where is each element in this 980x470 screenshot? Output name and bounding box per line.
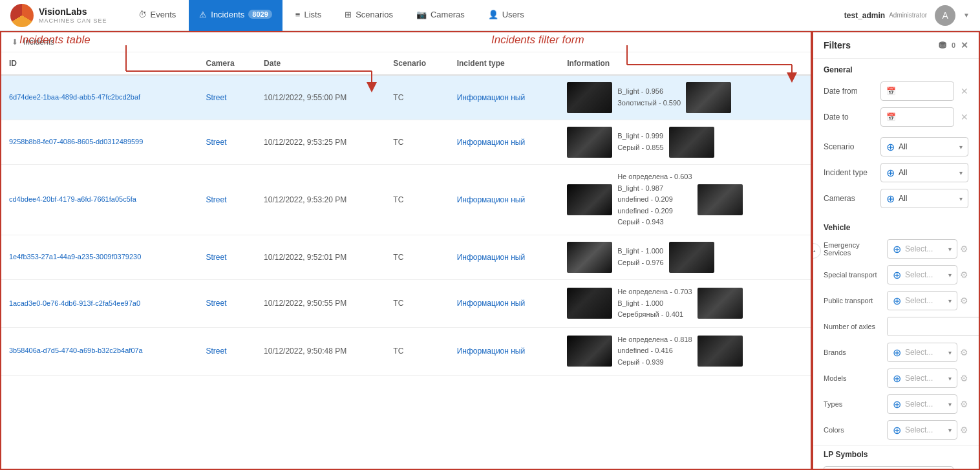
filter-date-from-row: Date from 📅 ✕ xyxy=(813,78,979,104)
filter-brands-label: Brands xyxy=(824,348,882,356)
nav-cameras[interactable]: 📷 Cameras xyxy=(406,0,475,31)
filter-types-placeholder: Select... xyxy=(905,400,933,409)
nav-scenarios[interactable]: ⊞ Scenarios xyxy=(334,0,403,31)
special-chevron-icon: ▾ xyxy=(948,272,952,279)
filter-date-to-input[interactable]: 📅 xyxy=(880,107,954,127)
scenario-value: TC xyxy=(393,253,403,262)
incidents-breadcrumb: ⬇ Incidents xyxy=(1,32,811,52)
alert-icon: ⚠ xyxy=(199,10,207,19)
filter-brands-row: Brands ⊕ Select... ▾ ⚙ xyxy=(813,339,979,365)
user-name: test_admin xyxy=(844,11,885,20)
filter-panel: → Filters ⛃ 0 ✕ General Date from 📅 ✕ D xyxy=(812,31,980,470)
special-gear-icon[interactable]: ⚙ xyxy=(960,270,968,280)
filter-colors-select[interactable]: ⊕ Select... ▾ xyxy=(887,420,957,440)
incident-id-link[interactable]: 3b58406a-d7d5-4740-a69b-b32c2b4af07a xyxy=(9,347,143,354)
filter-vehicle-title: Vehicle xyxy=(813,217,979,236)
lp-symbols-row: Select _ ▾ ⚙ xyxy=(813,463,979,470)
public-gear-icon[interactable]: ⚙ xyxy=(960,295,968,306)
table-header: ID Camera Date Scenario Incident type In… xyxy=(1,52,811,75)
thumbnail-1 xyxy=(567,184,612,215)
cell-date: 10/12/2022, 9:50:48 PM xyxy=(256,327,385,375)
download-icon[interactable]: ⬇ xyxy=(12,37,18,47)
filter-types-row: Types ⊕ Select... ▾ ⚙ xyxy=(813,391,979,417)
info-cell: B_light - 1.000Серый - 0.976 xyxy=(567,242,803,273)
date-value: 10/12/2022, 9:53:25 PM xyxy=(264,138,346,147)
models-gear-icon[interactable]: ⚙ xyxy=(960,373,968,383)
filter-axles-input[interactable] xyxy=(887,317,980,336)
clock-icon: ⏱ xyxy=(138,10,147,19)
date-value: 10/12/2022, 9:52:01 PM xyxy=(264,253,346,262)
filter-emergency-label: Emergency Services xyxy=(824,241,882,257)
thumbnail-1 xyxy=(567,336,612,367)
table-row[interactable]: 1e4fb353-27a1-44a9-a235-3009f0379230 Str… xyxy=(1,235,811,279)
table-row[interactable]: 9258b8b8-fe07-4086-8605-dd0312489599 Str… xyxy=(1,120,811,165)
table-row[interactable]: 1acad3e0-0e76-4db6-913f-c2fa54ee97a0 Str… xyxy=(1,279,811,327)
filter-public-placeholder: Select... xyxy=(905,296,933,305)
header: VisionLabs MACHINES CAN SEE ⏱ Events ⚠ I… xyxy=(0,0,980,31)
filter-special-select[interactable]: ⊕ Select... ▾ xyxy=(887,265,957,284)
incident-id-link[interactable]: 1acad3e0-0e76-4db6-913f-c2fa54ee97a0 xyxy=(9,299,140,307)
info-text: Не определена - 0.703B_light - 1.000Сере… xyxy=(617,286,692,321)
incidents-badge: 8029 xyxy=(248,10,272,19)
cell-info: Не определена - 0.603B_light - 0.987unde… xyxy=(559,165,811,235)
incident-type-chevron-icon: ▾ xyxy=(959,169,963,176)
info-cell: Не определена - 0.818undefined - 0.416Се… xyxy=(567,334,803,369)
cell-incident-type: Информацион ный xyxy=(449,165,560,235)
filter-emergency-select[interactable]: ⊕ Select... ▾ xyxy=(887,239,957,259)
date-value: 10/12/2022, 9:55:00 PM xyxy=(264,93,346,102)
cell-info: Не определена - 0.703B_light - 1.000Сере… xyxy=(559,279,811,327)
filter-date-from-input[interactable]: 📅 xyxy=(880,81,954,101)
date-from-clear-icon[interactable]: ✕ xyxy=(961,86,968,96)
date-to-clear-icon[interactable]: ✕ xyxy=(961,112,968,122)
filter-scenario-label: Scenario xyxy=(824,142,875,151)
filter-title: Filters xyxy=(824,40,851,50)
col-scenario: Scenario xyxy=(385,52,449,75)
info-text: Не определена - 0.603B_light - 0.987unde… xyxy=(617,171,692,228)
cell-info: Не определена - 0.818undefined - 0.416Се… xyxy=(559,327,811,375)
filter-funnel-icon[interactable]: ⛃ xyxy=(939,40,946,50)
filter-public-select[interactable]: ⊕ Select... ▾ xyxy=(887,291,957,310)
camera-value: Street xyxy=(206,138,227,147)
incident-id-link[interactable]: cd4bdee4-20bf-4179-a6fd-7661fa05c5fa xyxy=(9,195,136,203)
nav-incidents-label: Incidents xyxy=(211,10,244,19)
incident-id-link[interactable]: 1e4fb353-27a1-44a9-a235-3009f0379230 xyxy=(9,253,141,261)
cell-date: 10/12/2022, 9:53:20 PM xyxy=(256,165,385,235)
nav-events[interactable]: ⏱ Events xyxy=(128,0,187,31)
incident-id-link[interactable]: 6d74dee2-1baa-489d-abb5-47fc2bcd2baf xyxy=(9,93,140,101)
filter-cameras-select[interactable]: ⊕ All ▾ xyxy=(880,189,968,208)
info-cell: B_light - 0.956Золотистый - 0.590 xyxy=(567,82,803,113)
colors-gear-icon[interactable]: ⚙ xyxy=(960,425,968,435)
table-row[interactable]: cd4bdee4-20bf-4179-a6fd-7661fa05c5fa Str… xyxy=(1,165,811,235)
filter-incident-type-select[interactable]: ⊕ All ▾ xyxy=(880,163,968,182)
brands-gear-icon[interactable]: ⚙ xyxy=(960,347,968,358)
emergency-gear-icon[interactable]: ⚙ xyxy=(960,244,968,254)
table-row[interactable]: 6d74dee2-1baa-489d-abb5-47fc2bcd2baf Str… xyxy=(1,75,811,120)
nav-users[interactable]: 👤 Users xyxy=(478,0,535,31)
nav-incidents[interactable]: ⚠ Incidents 8029 xyxy=(189,0,282,31)
nav-lists[interactable]: ≡ Lists xyxy=(285,0,332,31)
filter-types-select[interactable]: ⊕ Select... ▾ xyxy=(887,394,957,414)
table-row[interactable]: 3b58406a-d7d5-4740-a69b-b32c2b4af07a Str… xyxy=(1,327,811,375)
info-cell: B_light - 0.999Серый - 0.855 xyxy=(567,127,803,158)
cell-date: 10/12/2022, 9:50:55 PM xyxy=(256,279,385,327)
incident-type-value: Информацион ный xyxy=(457,93,526,102)
cell-info: B_light - 0.999Серый - 0.855 xyxy=(559,120,811,165)
filter-brands-select[interactable]: ⊕ Select... ▾ xyxy=(887,343,957,362)
cell-scenario: TC xyxy=(385,327,449,375)
incident-id-link[interactable]: 9258b8b8-fe07-4086-8605-dd0312489599 xyxy=(9,138,143,145)
cell-incident-type: Информацион ный xyxy=(449,120,560,165)
types-gear-icon[interactable]: ⚙ xyxy=(960,399,968,409)
chevron-down-icon[interactable]: ▼ xyxy=(963,12,970,19)
lp-symbols-select[interactable]: Select _ ▾ xyxy=(824,466,953,470)
user-role: Administrator xyxy=(889,12,927,19)
cell-id: 1acad3e0-0e76-4db6-913f-c2fa54ee97a0 xyxy=(1,279,198,327)
filter-colors-label: Colors xyxy=(824,426,882,434)
logo-title: VisionLabs xyxy=(39,6,107,17)
filter-models-select[interactable]: ⊕ Select... ▾ xyxy=(887,369,957,388)
cell-id: cd4bdee4-20bf-4179-a6fd-7661fa05c5fa xyxy=(1,165,198,235)
scenario-value: TC xyxy=(393,195,403,204)
camera-value: Street xyxy=(206,347,227,356)
filter-scenario-select[interactable]: ⊕ All ▾ xyxy=(880,137,968,156)
filter-scenario-row: Scenario ⊕ All ▾ xyxy=(813,134,979,160)
filter-close-icon[interactable]: ✕ xyxy=(961,40,968,50)
